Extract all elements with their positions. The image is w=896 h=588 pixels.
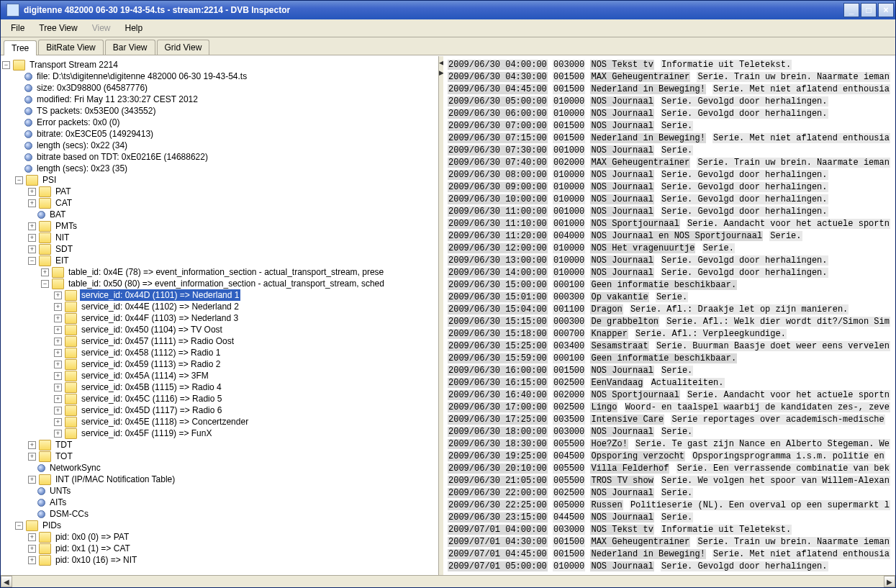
event-row[interactable]: 2009/06/30 06:00:00 010000 NOS Journaal … [448,108,894,120]
node-pid-10[interactable]: +pid: 0x10 (16) => NIT [2,554,437,566]
hscroll-left-icon[interactable]: ◀ [1,576,12,587]
node-modified[interactable]: modified: Fri May 11 23:30:27 CEST 2012 [2,94,437,105]
event-row[interactable]: 2009/06/30 04:30:00 001500 MAX Geheugent… [448,71,894,83]
tree-toggle-icon[interactable]: − [15,522,23,530]
tree-toggle-icon[interactable]: + [54,326,62,334]
event-row[interactable]: 2009/06/30 11:10:00 001000 NOS Sportjour… [448,218,894,230]
node-cat[interactable]: +CAT [2,197,437,209]
node-tot[interactable]: +TOT [2,451,437,462]
tree-toggle-icon[interactable]: + [28,222,36,230]
event-row[interactable]: 2009/06/30 22:00:00 002500 NOS Journaal … [448,487,894,499]
event-row[interactable]: 2009/06/30 18:30:00 005500 Hoe?Zo! Serie… [448,438,894,451]
node-tspackets[interactable]: TS packets: 0x53E00 (343552) [2,105,437,117]
hscrollbar[interactable]: ◀ ▶ [1,575,895,587]
node-eit-4e[interactable]: +table_id: 0x4E (78) => event_informatio… [2,266,437,278]
node-service-8[interactable]: +service_id: 0x45B (1115) => Radio 4 [2,381,437,393]
event-row[interactable]: 2009/06/30 10:00:00 010000 NOS Journaal … [448,194,894,206]
tree-toggle-icon[interactable]: + [28,545,36,553]
hscroll-track[interactable] [12,576,884,587]
tree-toggle-icon[interactable]: + [54,430,62,438]
tree-toggle-icon[interactable]: + [54,291,62,299]
event-row[interactable]: 2009/06/30 17:00:00 002500 Lingo Woord- … [448,402,894,414]
event-row[interactable]: 2009/06/30 16:15:00 002500 EenVandaag Ac… [448,377,894,389]
tree-toggle-icon[interactable]: − [15,176,23,184]
menu-file[interactable]: File [5,22,30,35]
menu-view[interactable]: View [86,22,117,35]
node-bat[interactable]: BAT [2,209,437,220]
event-row[interactable]: 2009/06/30 11:00:00 001000 NOS Journaal … [448,206,894,218]
event-row[interactable]: 2009/06/30 13:00:00 010000 NOS Journaal … [448,255,894,267]
node-service-11[interactable]: +service_id: 0x45E (1118) => Concertzend… [2,416,437,428]
hscroll-right-icon[interactable]: ▶ [884,576,895,587]
event-row[interactable]: 2009/07/01 05:00:00 010000 NOS Journaal … [448,561,894,573]
menu-help[interactable]: Help [119,22,149,35]
event-row[interactable]: 2009/06/30 19:25:00 004500 Opsporing ver… [448,451,894,463]
node-unts[interactable]: UNTs [2,485,437,497]
tree-toggle-icon[interactable]: + [54,384,62,392]
node-sdt[interactable]: +SDT [2,243,437,255]
event-row[interactable]: 2009/06/30 11:20:00 004000 NOS Journaal … [448,230,894,243]
event-row[interactable]: 2009/07/01 04:30:00 001500 MAX Geheugent… [448,536,894,548]
event-row[interactable]: 2009/06/30 20:10:00 005500 Villa Felderh… [448,463,894,475]
node-int[interactable]: +INT (IP/MAC Notification Table) [2,474,437,485]
tree-toggle-icon[interactable]: + [54,372,62,380]
event-row[interactable]: 2009/06/30 15:18:00 000700 Knapper Serie… [448,328,894,340]
tab-bitrate[interactable]: BitRate View [38,40,103,55]
tree-toggle-icon[interactable]: + [54,303,62,311]
minimize-button[interactable]: _ [843,3,859,17]
node-dsmcc[interactable]: DSM-CCs [2,508,437,520]
tree-toggle-icon[interactable]: + [54,395,62,403]
node-service-3[interactable]: +service_id: 0x450 (1104) => TV Oost [2,324,437,335]
tree-toggle-icon[interactable]: − [28,257,36,265]
tree-toggle-icon[interactable]: + [28,199,36,207]
node-aits[interactable]: AITs [2,497,437,508]
node-length2[interactable]: length (secs): 0x23 (35) [2,163,437,174]
event-row[interactable]: 2009/06/30 07:30:00 001000 NOS Journaal … [448,145,894,157]
event-row[interactable]: 2009/06/30 15:25:00 003400 Sesamstraat S… [448,340,894,353]
node-service-10[interactable]: +service_id: 0x45D (1117) => Radio 6 [2,404,437,416]
node-service-1[interactable]: +service_id: 0x44E (1102) => Nederland 2 [2,301,437,312]
node-errorpkts[interactable]: Error packets: 0x0 (0) [2,117,437,128]
node-eit[interactable]: −EIT [2,255,437,266]
node-pat[interactable]: +PAT [2,186,437,197]
node-length[interactable]: length (secs): 0x22 (34) [2,140,437,151]
node-pid-1[interactable]: +pid: 0x1 (1) => CAT [2,543,437,554]
tree-toggle-icon[interactable]: + [28,453,36,461]
event-row[interactable]: 2009/06/30 07:15:00 001500 Nederland in … [448,132,894,145]
event-row[interactable]: 2009/06/30 07:40:00 002000 MAX Geheugent… [448,157,894,169]
event-row[interactable]: 2009/06/30 04:00:00 003000 NOS Tekst tv … [448,59,894,71]
event-row[interactable]: 2009/06/30 15:01:00 000300 Op vakantie S… [448,291,894,304]
node-service-2[interactable]: +service_id: 0x44F (1103) => Nederland 3 [2,312,437,324]
event-row[interactable]: 2009/06/30 15:59:00 000100 Geen informat… [448,353,894,365]
maximize-button[interactable]: □ [861,3,877,17]
event-row[interactable]: 2009/06/30 21:05:00 005500 TROS TV show … [448,475,894,487]
tree-toggle-icon[interactable]: + [54,338,62,345]
event-row[interactable]: 2009/07/01 04:45:00 001500 Nederland in … [448,548,894,561]
event-row[interactable]: 2009/06/30 07:00:00 001500 NOS Journaal … [448,120,894,132]
node-service-9[interactable]: +service_id: 0x45C (1116) => Radio 5 [2,393,437,404]
node-file[interactable]: file: D:\ts\digitenne\digitenne 482000 0… [2,71,437,82]
tab-grid[interactable]: Grid View [157,40,210,55]
tree-pane[interactable]: −Transport Stream 2214file: D:\ts\digite… [1,56,439,575]
node-networksync[interactable]: NetworkSync [2,462,437,474]
node-eit-50[interactable]: −table_id: 0x50 (80) => event_informatio… [2,278,437,289]
node-service-4[interactable]: +service_id: 0x457 (1111) => Radio Oost [2,335,437,347]
event-row[interactable]: 2009/06/30 15:15:00 000300 De grabbelton… [448,316,894,328]
node-bitrate-tdt[interactable]: bitrate based on TDT: 0xE0216E (14688622… [2,151,437,163]
event-row[interactable]: 2009/06/30 22:25:00 005000 Russen Politi… [448,499,894,512]
node-service-0[interactable]: +service_id: 0x44D (1101) => Nederland 1 [2,289,437,301]
event-row[interactable]: 2009/06/30 05:00:00 010000 NOS Journaal … [448,96,894,108]
tab-bar[interactable]: Bar View [105,40,155,55]
node-service-12[interactable]: +service_id: 0x45F (1119) => FunX [2,428,437,439]
node-size[interactable]: size: 0x3D98800 (64587776) [2,82,437,94]
tree-toggle-icon[interactable]: + [28,234,36,242]
node-pmts[interactable]: +PMTs [2,220,437,232]
tree-toggle-icon[interactable]: + [28,556,36,564]
event-row[interactable]: 2009/06/30 09:00:00 010000 NOS Journaal … [448,181,894,194]
event-row[interactable]: 2009/06/30 15:00:00 000100 Geen informat… [448,279,894,291]
node-nit[interactable]: +NIT [2,232,437,243]
menu-tree-view[interactable]: Tree View [33,22,83,35]
event-row[interactable]: 2009/06/30 12:00:00 010000 NOS Het vrage… [448,243,894,255]
event-row[interactable]: 2009/06/30 23:15:00 044500 NOS Journaal … [448,512,894,524]
event-row[interactable]: 2009/07/01 04:00:00 003000 NOS Tekst tv … [448,524,894,536]
